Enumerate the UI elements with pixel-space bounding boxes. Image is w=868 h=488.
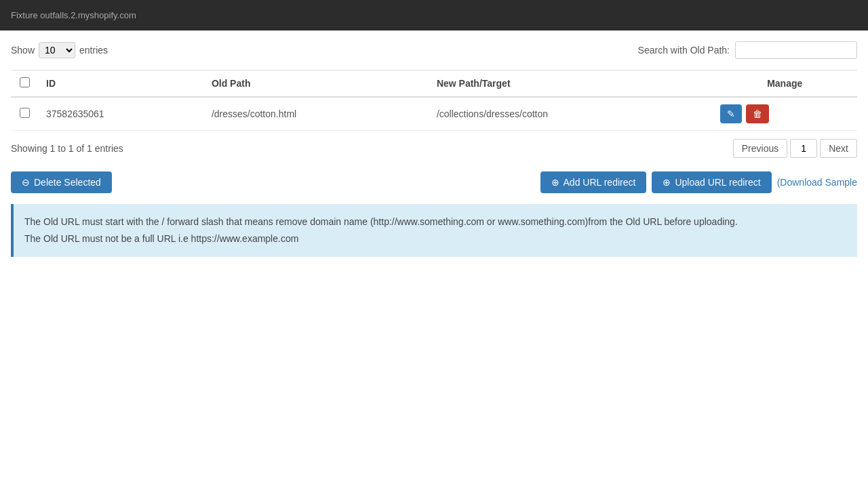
redirects-table: ID Old Path New Path/Target Manage xyxy=(11,70,857,131)
search-input[interactable] xyxy=(735,41,857,59)
action-buttons-row: ⊖ Delete Selected ⊕ Add URL redirect ⊕ U… xyxy=(11,171,857,193)
add-icon: ⊕ xyxy=(551,177,559,188)
previous-button[interactable]: Previous xyxy=(733,139,787,158)
edit-button[interactable]: ✎ xyxy=(720,104,742,123)
row-checkbox-cell xyxy=(11,97,38,131)
top-controls: Show 10 25 50 100 entries Search with Ol… xyxy=(11,41,857,59)
col-old-path-header: Old Path xyxy=(203,70,429,98)
next-button[interactable]: Next xyxy=(820,139,857,158)
col-id-header: ID xyxy=(38,70,203,98)
show-label: Show xyxy=(11,45,35,56)
select-all-checkbox[interactable] xyxy=(20,77,30,87)
delete-selected-button[interactable]: ⊖ Delete Selected xyxy=(11,171,112,193)
right-action-buttons: ⊕ Add URL redirect ⊕ Upload URL redirect… xyxy=(540,171,857,193)
search-area: Search with Old Path: xyxy=(638,41,857,59)
add-redirect-button[interactable]: ⊕ Add URL redirect xyxy=(540,171,647,193)
upload-redirect-button[interactable]: ⊕ Upload URL redirect xyxy=(652,171,771,193)
pagination-row: Showing 1 to 1 of 1 entries Previous Nex… xyxy=(11,136,857,161)
trash-icon: 🗑 xyxy=(753,108,762,119)
pagination-controls: Previous Next xyxy=(733,139,857,158)
entries-label: entries xyxy=(79,45,108,56)
col-new-path-header: New Path/Target xyxy=(429,70,713,98)
row-new-path-cell: /collections/dresses/cotton xyxy=(429,97,713,131)
page-number-input[interactable] xyxy=(790,139,817,158)
info-line-1: The Old URL must start with the / forwar… xyxy=(24,214,846,230)
table-header-row: ID Old Path New Path/Target Manage xyxy=(11,70,857,98)
info-box: The Old URL must start with the / forwar… xyxy=(11,204,857,257)
download-sample-link[interactable]: (Download Sample xyxy=(777,177,857,188)
col-checkbox xyxy=(11,70,38,98)
entries-info: Showing 1 to 1 of 1 entries xyxy=(11,143,123,154)
header-bar: Fixture outfalls.2.myshopify.com xyxy=(0,0,868,30)
minus-icon: ⊖ xyxy=(22,177,30,188)
row-manage-cell: ✎ 🗑 xyxy=(712,97,857,131)
show-entries-control: Show 10 25 50 100 entries xyxy=(11,42,108,58)
row-checkbox[interactable] xyxy=(20,108,30,118)
col-manage-header: Manage xyxy=(712,70,857,98)
entries-select[interactable]: 10 25 50 100 xyxy=(39,42,75,58)
pencil-icon: ✎ xyxy=(727,108,735,119)
main-content: Show 10 25 50 100 entries Search with Ol… xyxy=(0,30,868,257)
upload-icon: ⊕ xyxy=(663,177,671,188)
info-line-2: The Old URL must not be a full URL i.e h… xyxy=(24,230,846,247)
search-label: Search with Old Path: xyxy=(638,45,730,56)
table-row: 37582635061 /dresses/cotton.html /collec… xyxy=(11,97,857,131)
row-old-path-cell: /dresses/cotton.html xyxy=(203,97,429,131)
delete-row-button[interactable]: 🗑 xyxy=(746,104,769,123)
row-id-cell: 37582635061 xyxy=(38,97,203,131)
header-title: Fixture outfalls.2.myshopify.com xyxy=(11,10,136,20)
